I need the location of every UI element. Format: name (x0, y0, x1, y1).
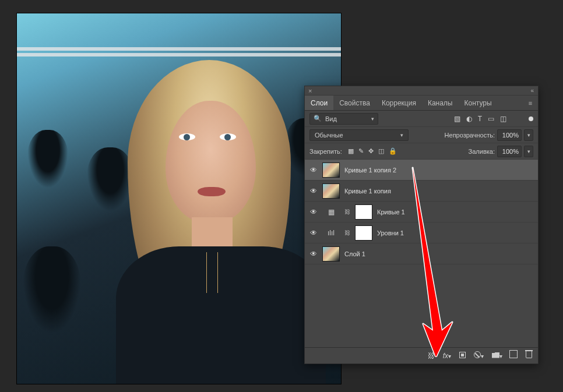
new-layer-button[interactable] (511, 351, 518, 360)
panel-close-button[interactable]: × (308, 87, 312, 94)
layer-row[interactable]: 👁 ▦ ⛓ Кривые 1 (305, 202, 538, 223)
adjustment-filter-icon[interactable]: ◐ (466, 115, 472, 123)
layer-row[interactable]: 👁 ılıl ⛓ Уровни 1 (305, 223, 538, 243)
image-filter-icon[interactable]: ▧ (454, 115, 460, 123)
filter-toggle[interactable] (529, 116, 533, 121)
chevron-down-icon: ▾ (400, 132, 403, 138)
fill-input[interactable] (497, 146, 522, 157)
layer-fx-button[interactable]: fx▾ (443, 352, 451, 360)
panel-tabs: Слои Свойства Коррекция Каналы Контуры ≡ (305, 96, 538, 111)
lock-transparent-icon[interactable]: ▩ (348, 147, 354, 155)
lock-pixels-icon[interactable]: ✎ (358, 147, 364, 155)
panel-collapse-button[interactable]: « (530, 87, 534, 94)
blend-mode-select[interactable]: Обычные ▾ (309, 129, 409, 141)
tab-paths[interactable]: Контуры (459, 96, 498, 110)
opacity-input[interactable] (497, 129, 522, 141)
smart-filter-icon[interactable]: ◫ (500, 115, 506, 123)
layer-row[interactable]: 👁 Кривые 1 копия 2 (305, 160, 538, 181)
layer-name[interactable]: Кривые 1 копия 2 (344, 167, 396, 174)
search-icon: 🔍 (314, 115, 322, 122)
layer-name[interactable]: Слой 1 (344, 250, 365, 257)
tab-properties[interactable]: Свойства (333, 96, 376, 110)
text-filter-icon[interactable]: T (478, 115, 482, 123)
tab-layers[interactable]: Слои (305, 96, 333, 110)
layer-list: 👁 Кривые 1 копия 2 👁 Кривые 1 копия 👁 ▦ … (305, 160, 538, 347)
link-layers-button[interactable]: ⛓ (428, 352, 435, 360)
mask-thumbnail[interactable] (355, 204, 372, 220)
layers-panel: × « Слои Свойства Коррекция Каналы Конту… (304, 86, 539, 364)
adjustment-layer-button[interactable]: ▾ (474, 351, 484, 360)
blend-mode-label: Обычные (315, 132, 343, 139)
visibility-toggle[interactable]: 👁 (309, 187, 318, 195)
fill-stepper[interactable]: ▾ (524, 146, 533, 157)
lock-artboard-icon[interactable]: ◫ (378, 147, 384, 155)
visibility-toggle[interactable]: 👁 (309, 166, 318, 174)
lock-label: Закрепить: (309, 148, 342, 155)
layer-thumbnail[interactable] (322, 246, 340, 262)
layer-name[interactable]: Кривые 1 копия (344, 188, 391, 195)
delete-layer-button[interactable] (526, 351, 532, 360)
visibility-toggle[interactable]: 👁 (309, 229, 318, 237)
layer-row[interactable]: 👁 Слой 1 (305, 243, 538, 264)
visibility-toggle[interactable]: 👁 (309, 208, 318, 216)
layer-thumbnail[interactable] (322, 183, 340, 199)
opacity-label: Непрозрачность: (445, 132, 495, 139)
filter-type-select[interactable]: 🔍 Вид ▾ (309, 113, 378, 125)
add-mask-button[interactable] (459, 352, 466, 360)
tab-channels[interactable]: Каналы (422, 96, 459, 110)
levels-icon: ılıl (322, 225, 340, 241)
lock-position-icon[interactable]: ✥ (368, 147, 374, 155)
mask-thumbnail[interactable] (355, 225, 372, 241)
tab-adjustments[interactable]: Коррекция (376, 96, 422, 110)
link-icon: ⛓ (344, 229, 350, 236)
curves-icon: ▦ (322, 204, 340, 220)
group-layers-button[interactable]: ▾ (492, 352, 502, 360)
layer-name[interactable]: Кривые 1 (377, 209, 405, 216)
layer-thumbnail[interactable] (322, 163, 340, 178)
layer-name[interactable]: Уровни 1 (377, 229, 404, 236)
canvas-image[interactable] (16, 13, 342, 384)
visibility-toggle[interactable]: 👁 (309, 250, 318, 258)
opacity-stepper[interactable]: ▾ (524, 129, 533, 141)
lock-all-icon[interactable]: 🔒 (389, 147, 397, 155)
chevron-down-icon: ▾ (371, 116, 374, 122)
fill-label: Заливка: (469, 148, 495, 155)
panel-menu-button[interactable]: ≡ (523, 96, 538, 110)
link-icon: ⛓ (344, 209, 350, 215)
filter-type-label: Вид (325, 115, 337, 122)
layer-row[interactable]: 👁 Кривые 1 копия (305, 181, 538, 202)
shape-filter-icon[interactable]: ▭ (488, 115, 494, 123)
layers-panel-footer: ⛓ fx▾ ▾ ▾ (305, 347, 538, 363)
